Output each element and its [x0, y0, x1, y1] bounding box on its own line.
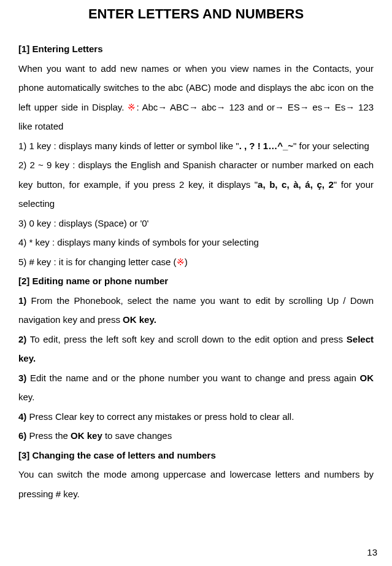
text-bold: OK key [71, 430, 102, 441]
section-1-item-1: 1) 1 key : displays many kinds of letter… [18, 136, 374, 156]
reference-mark-icon: ※ [177, 257, 185, 267]
page-title: ENTER LETTERS AND NUMBERS [18, 6, 374, 22]
section-2-item-3: 3) Edit the name and or the phone number… [18, 368, 374, 407]
text-bold: a, b, c, à, á, ç, 2 [258, 179, 334, 190]
section-1-intro: When you want to add new names or when y… [18, 59, 374, 136]
section-1-item-3: 3) 0 key : displays (Space) or '0' [18, 214, 374, 233]
text: 5) # key : it is for changing letter cas… [18, 257, 177, 267]
reference-mark-icon: ※ [128, 102, 136, 112]
text: key. [18, 392, 34, 402]
text-bold: OK [360, 373, 374, 383]
page-number: 13 [367, 547, 377, 557]
text-bold: OK key. [123, 314, 156, 325]
text-bold: 3) [18, 373, 26, 383]
text: " for your selecting [293, 141, 369, 151]
section-2-item-1: 1) From the Phonebook, select the name y… [18, 291, 374, 330]
section-2-item-2: 2) To edit, press the left soft key and … [18, 330, 374, 368]
section-1-item-2: 2) 2 ~ 9 key : displays the English and … [18, 155, 374, 214]
text-bold: 2) [18, 334, 26, 344]
text: Edit the name and or the phone number yo… [26, 373, 359, 383]
text: Press Clear key to correct any mistakes … [26, 411, 294, 422]
text-bold: 4) [18, 411, 26, 422]
section-2-item-4: 4) Press Clear key to correct any mistak… [18, 407, 374, 427]
text-bold: . , ? ! 1…^_~ [239, 141, 293, 151]
section-2-item-6: 6) Press the OK key to save changes [18, 426, 374, 446]
section-1-item-4: 4) * key : displays many kinds of symbol… [18, 233, 374, 252]
text: 1) 1 key : displays many kinds of letter… [18, 141, 239, 151]
section-1-heading: [1] Entering Letters [18, 39, 374, 59]
text: To edit, press the left soft key and scr… [26, 334, 346, 344]
text: ) [185, 257, 188, 267]
text: Press the [26, 430, 71, 441]
section-3-paragraph: You can switch the mode among uppercase … [18, 465, 374, 503]
text: From the Phonebook, select the name you … [18, 295, 374, 325]
text-bold: 6) [18, 430, 26, 441]
section-2-heading: [2] Editing name or phone number [18, 271, 374, 291]
section-3-heading: [3] Changing the case of letters and num… [18, 446, 374, 465]
text-bold: 1) [18, 295, 26, 306]
text: to save changes [102, 430, 172, 441]
section-1-item-5: 5) # key : it is for changing letter cas… [18, 252, 374, 272]
